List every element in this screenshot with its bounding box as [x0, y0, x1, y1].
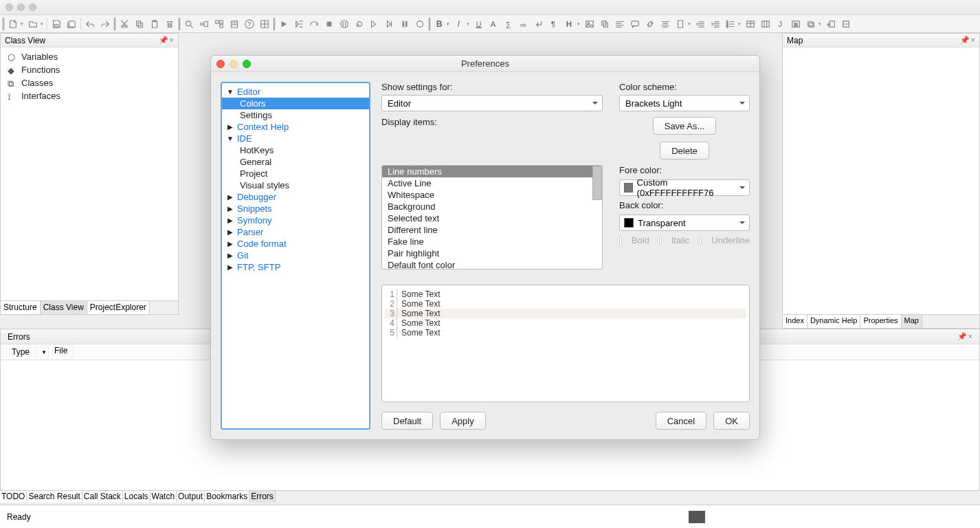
copy-icon[interactable] — [132, 16, 147, 32]
page-dropdown-icon[interactable]: ▾ — [688, 21, 693, 27]
chevron-right-icon[interactable]: ▶ — [226, 123, 234, 131]
restart-icon[interactable] — [352, 16, 367, 32]
tree-item-visual-styles[interactable]: Visual styles — [222, 179, 369, 191]
clipboard-manager-icon[interactable] — [227, 16, 242, 32]
italic-icon[interactable]: I — [452, 16, 467, 32]
ok-button[interactable]: OK — [713, 412, 750, 430]
chat-icon[interactable] — [627, 16, 643, 32]
open-folder-icon[interactable] — [25, 16, 41, 32]
debug-icon[interactable] — [291, 16, 307, 32]
tab-project-explorer[interactable]: ProjectExplorer — [87, 301, 150, 314]
table-col-icon[interactable] — [758, 16, 773, 32]
fore-color-select[interactable]: Custom (0xFFFFFFFFFF76 — [619, 179, 750, 196]
search-icon[interactable] — [181, 16, 197, 32]
list-item[interactable]: Selected text — [382, 212, 602, 224]
step-out-icon[interactable] — [382, 16, 397, 32]
breakpoint-toggle-icon[interactable] — [412, 16, 427, 32]
toolbar-grip-icon[interactable] — [113, 18, 116, 30]
traffic-close-icon[interactable] — [5, 3, 13, 11]
tab-output[interactable]: Output — [177, 491, 205, 503]
toolbar-grip-icon[interactable] — [273, 18, 276, 30]
tree-item-hotkeys[interactable]: HotKeys — [222, 144, 369, 156]
insert-row-icon[interactable] — [838, 16, 854, 32]
class-view-item[interactable]: ⟟Interfaces — [5, 89, 174, 102]
chevron-right-icon[interactable]: ▶ — [226, 228, 234, 236]
script-j-icon[interactable]: J — [773, 16, 788, 32]
chevron-down-icon[interactable]: ▼ — [226, 135, 234, 143]
chevron-right-icon[interactable]: ▶ — [226, 205, 234, 213]
list-item[interactable]: Pair highlight — [382, 248, 602, 259]
paste-icon[interactable] — [147, 16, 162, 32]
breakpoint-list-icon[interactable] — [197, 16, 212, 32]
align-center-icon[interactable] — [658, 16, 673, 32]
new-file-dropdown-icon[interactable]: ▾ — [21, 21, 25, 27]
bold-dropdown-icon[interactable]: ▾ — [447, 21, 452, 27]
tree-item-general[interactable]: General — [222, 156, 369, 168]
list-item[interactable]: Background — [382, 201, 602, 212]
paragraph-icon[interactable]: ¶ — [547, 16, 562, 32]
pin-icon[interactable]: 📌 — [159, 36, 168, 45]
list-item[interactable]: Line numbers — [382, 166, 602, 177]
list-item[interactable]: Different line — [382, 224, 602, 236]
back-color-select[interactable]: Transparent — [619, 214, 750, 231]
chevron-right-icon[interactable]: ▶ — [226, 252, 234, 260]
preferences-tree[interactable]: ▼Editor Colors Settings ▶Context Help ▼I… — [221, 82, 370, 430]
decrease-indent-icon[interactable] — [693, 16, 708, 32]
stacked-cards-icon[interactable] — [803, 16, 818, 32]
chevron-down-icon[interactable]: ▼ — [226, 88, 234, 96]
tab-dynamic-help[interactable]: Dynamic Help — [808, 315, 860, 328]
pin-icon[interactable]: 📌 — [957, 332, 967, 341]
align-left-icon[interactable] — [612, 16, 627, 32]
run-icon[interactable] — [276, 16, 291, 32]
save-as-button[interactable]: Save As... — [653, 117, 717, 135]
table-icon[interactable] — [743, 16, 758, 32]
tab-bookmarks[interactable]: Bookmarks — [205, 491, 249, 503]
list-item[interactable]: Whitespace — [382, 189, 602, 201]
save-all-icon[interactable] — [64, 16, 79, 32]
tree-item-editor[interactable]: ▼Editor — [222, 86, 369, 98]
tree-item-code-format[interactable]: ▶Code format — [222, 238, 369, 250]
tab-search-result[interactable]: Search Result — [27, 491, 82, 503]
close-icon[interactable]: × — [971, 36, 975, 45]
tree-item-project[interactable]: Project — [222, 168, 369, 179]
cancel-button[interactable]: Cancel — [656, 412, 706, 430]
list-item[interactable]: Fake line — [382, 236, 602, 248]
traffic-minimize-icon[interactable] — [17, 3, 25, 11]
insert-column-icon[interactable] — [823, 16, 838, 32]
class-view-item[interactable]: ◆Functions — [5, 63, 174, 76]
pause-profile-icon[interactable] — [337, 16, 352, 32]
column-type[interactable]: Type▼ — [1, 344, 49, 360]
grid-view-icon[interactable] — [257, 16, 272, 32]
tree-item-git[interactable]: ▶Git — [222, 250, 369, 261]
stacked-dropdown-icon[interactable]: ▾ — [818, 21, 823, 27]
heading-dropdown-icon[interactable]: ▾ — [577, 21, 582, 27]
undo-icon[interactable] — [82, 16, 98, 32]
tree-item-ide[interactable]: ▼IDE — [222, 133, 369, 144]
tree-item-parser[interactable]: ▶Parser — [222, 226, 369, 238]
help-icon[interactable]: ? — [242, 16, 257, 32]
bold-checkbox[interactable] — [619, 236, 622, 245]
apply-button[interactable]: Apply — [440, 412, 486, 430]
tab-locals[interactable]: Locals — [123, 491, 151, 503]
tab-errors[interactable]: Errors — [249, 491, 276, 503]
tree-item-symfony[interactable]: ▶Symfony — [222, 214, 369, 226]
tree-item-debugger[interactable]: ▶Debugger — [222, 191, 369, 203]
redo-icon[interactable] — [98, 16, 113, 32]
close-icon[interactable]: × — [170, 36, 174, 45]
stop-icon[interactable] — [322, 16, 337, 32]
tree-item-snippets[interactable]: ▶Snippets — [222, 203, 369, 214]
image-icon[interactable] — [582, 16, 597, 32]
tab-watch[interactable]: Watch — [151, 491, 177, 503]
default-button[interactable]: Default — [381, 412, 433, 430]
step-over-icon[interactable] — [307, 16, 322, 32]
pause-icon[interactable] — [397, 16, 412, 32]
cut-icon[interactable] — [117, 16, 132, 32]
list-dropdown-icon[interactable]: ▾ — [738, 21, 743, 27]
class-browser-icon[interactable] — [212, 16, 227, 32]
nbsp-icon[interactable]: nb — [517, 16, 532, 32]
layers-icon[interactable] — [597, 16, 612, 32]
italic-checkbox[interactable] — [659, 236, 662, 245]
tree-item-context-help[interactable]: ▶Context Help — [222, 121, 369, 133]
open-folder-dropdown-icon[interactable]: ▾ — [41, 21, 45, 27]
tab-structure[interactable]: Structure — [1, 301, 41, 314]
